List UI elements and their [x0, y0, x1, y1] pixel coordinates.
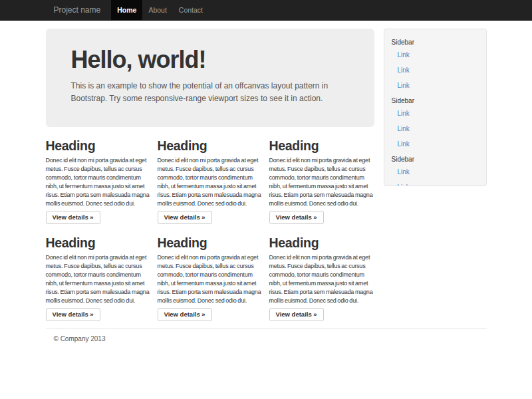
sidebar-link[interactable]: Link — [384, 106, 486, 121]
content-row: Hello, world! This is an example to show… — [46, 29, 487, 321]
nav-item: About — [142, 0, 172, 20]
main-container: Hello, world! This is an example to show… — [46, 29, 487, 342]
view-details-button[interactable]: View details » — [158, 308, 212, 321]
content-card: HeadingDonec id elit non mi porta gravid… — [46, 127, 151, 224]
card-heading: Heading — [269, 236, 374, 249]
content-card: HeadingDonec id elit non mi porta gravid… — [46, 224, 151, 321]
content-card: HeadingDonec id elit non mi porta gravid… — [158, 224, 263, 321]
sidebar: SidebarLinkLinkLinkSidebarLinkLinkLinkSi… — [384, 29, 487, 186]
sidebar-link[interactable]: Link — [384, 164, 486, 180]
main-column: Hello, world! This is an example to show… — [46, 29, 374, 321]
sidebar-link[interactable]: Link — [384, 180, 486, 186]
nav-link-contact[interactable]: Contact — [173, 0, 209, 20]
navbar-menu: HomeAboutContact — [111, 0, 209, 20]
sidebar-link[interactable]: Link — [384, 63, 486, 78]
nav-item: Contact — [173, 0, 209, 20]
nav-item: Home — [111, 0, 142, 20]
sidebar-group-title: Sidebar — [384, 93, 486, 106]
sidebar-link[interactable]: Link — [384, 47, 486, 63]
sidebar-link[interactable]: Link — [384, 136, 486, 152]
card-body-text: Donec id elit non mi porta gravida at eg… — [269, 156, 374, 208]
jumbotron-text: This is an example to show the potential… — [71, 80, 354, 105]
navbar: Project name HomeAboutContact — [0, 0, 532, 21]
card-body-text: Donec id elit non mi porta gravida at eg… — [158, 156, 263, 208]
nav-link-home[interactable]: Home — [111, 0, 142, 20]
jumbotron: Hello, world! This is an example to show… — [46, 29, 374, 127]
view-details-button[interactable]: View details » — [269, 211, 324, 224]
jumbotron-title: Hello, world! — [71, 46, 354, 74]
card-heading: Heading — [158, 236, 263, 249]
content-card: HeadingDonec id elit non mi porta gravid… — [269, 127, 374, 224]
card-body-text: Donec id elit non mi porta gravida at eg… — [269, 253, 374, 305]
card-heading: Heading — [46, 236, 151, 249]
sidebar-link[interactable]: Link — [384, 121, 486, 136]
sidebar-link[interactable]: Link — [384, 78, 486, 93]
footer-copyright: © Company 2013 — [54, 335, 487, 342]
footer: © Company 2013 — [46, 328, 487, 342]
nav-link-about[interactable]: About — [142, 0, 172, 20]
card-body-text: Donec id elit non mi porta gravida at eg… — [46, 253, 151, 305]
view-details-button[interactable]: View details » — [46, 308, 100, 321]
card-heading: Heading — [46, 139, 151, 152]
card-body-text: Donec id elit non mi porta gravida at eg… — [46, 156, 151, 208]
sidebar-group-title: Sidebar — [384, 152, 486, 164]
view-details-button[interactable]: View details » — [46, 211, 100, 224]
card-heading: Heading — [158, 139, 263, 152]
navbar-container: Project name HomeAboutContact — [46, 0, 487, 20]
view-details-button[interactable]: View details » — [158, 211, 212, 224]
navbar-brand[interactable]: Project name — [46, 0, 109, 20]
page: Project name HomeAboutContact Hello, wor… — [0, 0, 532, 399]
content-card: HeadingDonec id elit non mi porta gravid… — [158, 127, 263, 224]
view-details-button[interactable]: View details » — [269, 308, 324, 321]
card-body-text: Donec id elit non mi porta gravida at eg… — [158, 253, 263, 305]
content-grid: HeadingDonec id elit non mi porta gravid… — [46, 127, 374, 321]
content-card: HeadingDonec id elit non mi porta gravid… — [269, 224, 374, 321]
card-heading: Heading — [269, 139, 374, 152]
sidebar-group-title: Sidebar — [384, 35, 486, 47]
